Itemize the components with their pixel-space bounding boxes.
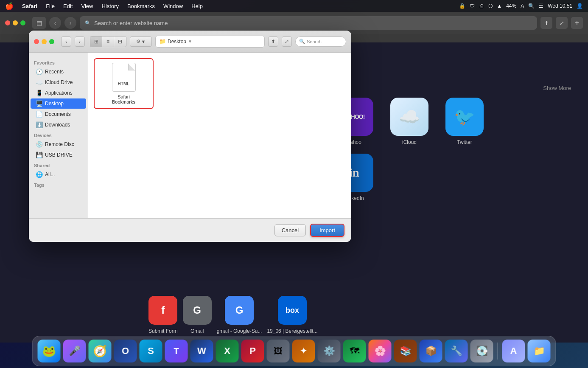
icon-view-button[interactable]: ⊞	[90, 37, 102, 47]
menu-view[interactable]: View	[78, 2, 97, 10]
sidebar-toggle-button[interactable]: ▤	[32, 17, 46, 29]
dialog-forward-button[interactable]: ›	[75, 37, 85, 47]
security-icon: 🔒	[459, 3, 465, 9]
dialog-search-bar[interactable]: 🔍 Search	[295, 37, 346, 47]
gear-action-button[interactable]: ⚙ ▼	[130, 37, 152, 47]
apple-menu-icon[interactable]: 🍎	[5, 2, 14, 10]
dock-item-maps[interactable]: 🗺	[343, 340, 366, 362]
dock-item-books[interactable]: 📚	[394, 340, 417, 362]
dock-item-outlook[interactable]: O	[114, 340, 137, 362]
powerpoint-icon: P	[249, 346, 256, 357]
spotlight-icon[interactable]: 🔍	[528, 3, 535, 9]
dialog-fullscreen-button[interactable]	[49, 39, 54, 44]
new-folder-button[interactable]: ⤢	[282, 37, 292, 47]
dock-item-word[interactable]: W	[190, 340, 213, 362]
sidebar-item-icloud[interactable]: ☁️ iCloud Drive	[31, 77, 86, 87]
photos-icon: 🌸	[374, 346, 386, 357]
cancel-button[interactable]: Cancel	[274, 224, 306, 236]
back-button[interactable]: ‹	[49, 17, 61, 29]
show-more-button[interactable]: Show More	[543, 85, 571, 91]
close-button[interactable]	[5, 20, 10, 25]
documents-label: Documents	[45, 111, 71, 117]
recents-icon: 🕐	[36, 68, 42, 75]
menu-window[interactable]: Window	[160, 2, 186, 10]
submit-form-icon[interactable]: f Submit Form	[148, 296, 178, 334]
keyboard-icon: A	[521, 3, 524, 9]
wifi-icon: ▲	[497, 3, 502, 9]
desktop-label: Desktop	[45, 101, 64, 107]
dock-item-disk[interactable]: 💽	[470, 340, 493, 362]
file-label-safari-bookmarks: Safari Bookmarks	[107, 94, 141, 104]
menu-history[interactable]: History	[98, 2, 122, 10]
dock-item-xcode[interactable]: 🔧	[445, 340, 468, 362]
bookmarks-grid: YAHOO! Yahoo ☁️ iCloud 🐦 Twitter	[331, 98, 580, 201]
safari-icon: 🧭	[93, 345, 107, 358]
appstore-icon: A	[510, 346, 517, 357]
bluetooth-icon: ⬡	[488, 3, 493, 9]
forward-button[interactable]: ›	[64, 17, 76, 29]
bookmark-twitter[interactable]: 🐦 Twitter	[441, 98, 488, 145]
url-bar[interactable]: 🔍 Search or enter website name	[80, 16, 537, 30]
share-button[interactable]: ⬆	[540, 17, 552, 29]
dialog-close-button[interactable]	[34, 39, 39, 44]
dock-item-ai[interactable]: ✦	[292, 340, 315, 362]
dock-item-preview[interactable]: 🖼	[267, 340, 290, 362]
file-item-safari-bookmarks[interactable]: HTML Safari Bookmarks	[95, 59, 152, 108]
dock-divider	[498, 343, 498, 360]
user-avatar[interactable]: 👤	[577, 3, 583, 9]
new-tab-button[interactable]: +	[571, 17, 583, 29]
dialog-footer: Cancel Import	[29, 218, 351, 242]
dialog-sidebar: Favorites 🕐 Recents ☁️ iCloud Drive 📱 Ap…	[29, 53, 88, 218]
dock-item-appstore[interactable]: A	[502, 340, 525, 362]
usb-drive-icon: 💾	[36, 152, 42, 158]
dock-item-safari[interactable]: 🧭	[89, 340, 112, 362]
downloads-icon: ⬇️	[36, 121, 42, 128]
import-button[interactable]: Import	[310, 224, 344, 237]
dock-item-photos[interactable]: 🌸	[369, 340, 392, 362]
sidebar-item-remote-disc[interactable]: 💿 Remote Disc	[31, 139, 86, 149]
dock-item-settings[interactable]: ⚙️	[318, 340, 341, 362]
recents-label: Recents	[45, 69, 64, 75]
box-icon[interactable]: box 19_06 | Bereigestellt...	[267, 296, 317, 334]
sidebar-item-all[interactable]: 🌐 All...	[31, 169, 86, 180]
menu-bookmarks[interactable]: Bookmarks	[124, 2, 158, 10]
column-view-button[interactable]: ⊟	[114, 37, 126, 47]
sidebar-item-desktop[interactable]: 🖥️ Desktop	[31, 98, 86, 109]
share-action-button[interactable]: ⬆	[268, 37, 278, 47]
minimize-button[interactable]	[13, 20, 18, 25]
dock-item-skype[interactable]: S	[140, 340, 162, 362]
dialog-minimize-button[interactable]	[42, 39, 47, 44]
notification-icon[interactable]: ☰	[539, 3, 543, 9]
sidebar-item-usb-drive[interactable]: 💾 USB DRIVE	[31, 150, 86, 160]
dock-item-powerpoint[interactable]: P	[241, 340, 264, 362]
fullscreen-button[interactable]	[20, 20, 25, 25]
menu-help[interactable]: Help	[188, 2, 206, 10]
dock-item-siri[interactable]: 🎤	[63, 340, 86, 362]
menu-edit[interactable]: Edit	[60, 2, 76, 10]
reader-button[interactable]: ⤢	[556, 17, 568, 29]
menu-safari[interactable]: Safari	[19, 2, 41, 10]
dock-item-finder[interactable]: 🐸	[38, 340, 61, 362]
bookmark-icloud[interactable]: ☁️ iCloud	[386, 98, 433, 145]
icloud-drive-icon: ☁️	[36, 79, 42, 86]
dock-item-excel[interactable]: X	[216, 340, 239, 362]
virtualbox-icon: 📦	[425, 346, 437, 357]
downloads-label: Downloads	[45, 122, 70, 128]
dialog-back-button[interactable]: ‹	[61, 37, 71, 47]
list-view-button[interactable]: ≡	[102, 37, 114, 47]
sidebar-item-applications[interactable]: 📱 Applications	[31, 88, 86, 98]
dialog-body: Favorites 🕐 Recents ☁️ iCloud Drive 📱 Ap…	[29, 53, 351, 218]
sidebar-item-downloads[interactable]: ⬇️ Downloads	[31, 120, 86, 130]
folder-icon: 📁	[533, 346, 545, 357]
sidebar-item-documents[interactable]: 📄 Documents	[31, 109, 86, 119]
location-dropdown-arrow[interactable]: ▼	[188, 39, 192, 44]
gmail-icon[interactable]: G Gmail	[183, 296, 212, 334]
ai-icon: ✦	[300, 346, 308, 357]
sidebar-item-recents[interactable]: 🕐 Recents	[31, 67, 86, 77]
dock-item-folder[interactable]: 📁	[528, 340, 551, 362]
dock-item-teams[interactable]: T	[165, 340, 188, 362]
gmail2-icon[interactable]: G gmail - Google-Su...	[217, 296, 262, 334]
search-icon: 🔍	[85, 20, 91, 26]
dock-item-virtualbox[interactable]: 📦	[420, 340, 442, 362]
menu-file[interactable]: File	[42, 2, 58, 10]
